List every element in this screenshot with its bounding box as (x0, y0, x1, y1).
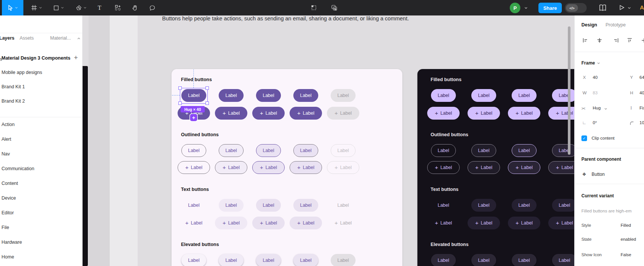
offscreen-dark-frame-edge[interactable] (82, 66, 88, 266)
clip-content-checkbox[interactable]: ✓ (581, 135, 587, 141)
canvas-button[interactable]: Label (256, 89, 281, 102)
comment-tool[interactable] (147, 0, 158, 15)
canvas-button[interactable]: Label (293, 199, 318, 212)
align-right-icon[interactable] (613, 37, 619, 43)
canvas-button[interactable]: +Label (215, 107, 247, 120)
canvas-button[interactable]: Label (431, 144, 456, 157)
canvas-button[interactable]: Label (293, 254, 318, 266)
canvas-button[interactable]: +Label (215, 217, 247, 229)
canvas-button[interactable]: Label (219, 199, 244, 212)
selection-handle-ne[interactable] (205, 86, 209, 90)
sidebar-category-item[interactable]: Device (2, 195, 16, 201)
canvas-button[interactable]: Label (219, 144, 244, 157)
canvas-button[interactable]: +Label (427, 107, 460, 120)
canvas-button[interactable]: Label (512, 144, 537, 157)
canvas-button[interactable]: Label (293, 89, 318, 102)
sidebar-category-item[interactable]: File (2, 225, 9, 230)
align-horizontal-center-icon[interactable] (596, 37, 603, 43)
chevron-down-icon[interactable] (61, 6, 64, 9)
vertical-resizing-value[interactable]: Fixed (639, 106, 644, 110)
sidebar-category-item[interactable]: Alert (2, 137, 11, 142)
canvas-button[interactable]: +Label (427, 217, 460, 229)
sidebar-page-item[interactable]: Mobile app designs (2, 70, 42, 75)
canvas-button[interactable]: +Label (178, 161, 210, 174)
canvas-button[interactable]: +Label (215, 161, 247, 174)
sidebar-page-item[interactable]: Brand Kit 2 (2, 98, 25, 104)
canvas-button[interactable]: +Label (508, 107, 540, 120)
chevron-up-icon[interactable] (77, 37, 81, 40)
x-value[interactable]: 40 (593, 75, 598, 80)
tab-assets[interactable]: Assets (20, 35, 34, 41)
sidebar-page-item[interactable]: Brand Kit 1 (2, 84, 25, 89)
canvas-button[interactable]: Label (471, 199, 496, 212)
canvas-button[interactable]: Label (512, 89, 537, 102)
show-icon-value[interactable]: False (621, 252, 631, 257)
parent-component-name[interactable]: Button (592, 172, 605, 177)
canvas-button[interactable]: Label (256, 199, 281, 212)
canvas[interactable]: Buttons help people take actions, such a… (82, 15, 644, 266)
align-vertical-center-icon[interactable] (641, 37, 644, 43)
canvas-button[interactable]: +Label (327, 161, 359, 174)
chevron-down-icon[interactable] (627, 6, 631, 10)
selection-handle-nw[interactable] (178, 86, 182, 90)
canvas-button[interactable]: +Label (327, 217, 359, 229)
sidebar-category-item[interactable]: Content (2, 181, 18, 186)
canvas-button[interactable]: Label (181, 254, 206, 266)
canvas-button[interactable]: +Label (252, 217, 285, 229)
canvas-button[interactable]: +Label (178, 217, 210, 229)
canvas-button[interactable]: +Label (508, 217, 540, 229)
canvas-button[interactable]: Label (256, 144, 281, 157)
selection-handle-se[interactable] (205, 101, 209, 105)
text-tool[interactable]: T (94, 0, 105, 15)
instance-swap-tool[interactable] (329, 0, 340, 15)
parent-component-row[interactable]: ❖ Button (575, 172, 644, 178)
canvas-button[interactable]: Label (219, 89, 244, 102)
variant-state-row[interactable]: State enabled (575, 237, 644, 243)
chevron-down-icon[interactable] (15, 6, 18, 9)
canvas-button[interactable]: +Label (508, 161, 540, 174)
present-play-icon[interactable] (618, 4, 625, 11)
canvas-button[interactable]: Label (181, 144, 206, 157)
variant-show-icon-row[interactable]: Show Icon False (575, 252, 644, 258)
move-tool[interactable] (2, 0, 23, 15)
style-value[interactable]: Filled (621, 223, 631, 228)
sidebar-category-item[interactable]: Hardware (2, 240, 22, 245)
pen-tool[interactable] (72, 0, 90, 15)
canvas-button[interactable]: Label (552, 144, 577, 157)
selection-handle-sw[interactable] (178, 101, 182, 105)
canvas-button[interactable]: Label (552, 199, 577, 212)
canvas-button[interactable]: Label (471, 254, 496, 266)
chevron-down-icon[interactable] (604, 107, 607, 111)
sidebar-page-item[interactable]: Material Design 3 Components (2, 55, 71, 61)
canvas-button[interactable]: Label (331, 254, 356, 266)
add-page-button[interactable]: + (74, 54, 78, 61)
frame-tool[interactable] (28, 0, 45, 15)
sidebar-category-item[interactable]: Nav (2, 151, 10, 157)
canvas-button[interactable]: Label (512, 199, 537, 212)
tab-design[interactable]: Design (581, 22, 597, 28)
canvas-button[interactable]: Label (431, 89, 456, 102)
tab-layers[interactable]: Layers (0, 35, 14, 41)
canvas-button[interactable]: +Label (427, 161, 460, 174)
dev-mode-toggle[interactable]: </> (565, 3, 587, 13)
canvas-button[interactable]: +Label (290, 161, 322, 174)
canvas-button[interactable]: Label (431, 199, 456, 212)
height-value[interactable]: 40 (639, 91, 644, 95)
canvas-button[interactable]: Label (293, 144, 318, 157)
canvas-button[interactable]: +Label (290, 107, 322, 120)
library-book-icon[interactable] (599, 4, 607, 12)
component-tool[interactable] (308, 0, 319, 15)
canvas-button[interactable]: Label (331, 89, 356, 102)
width-value[interactable]: 83 (593, 91, 598, 95)
canvas-button[interactable]: +Label (468, 217, 500, 229)
hand-tool[interactable] (130, 0, 140, 15)
chevron-down-icon[interactable] (83, 6, 87, 9)
sidebar-category-item[interactable]: Communication (2, 166, 34, 171)
canvas-button[interactable]: +Label (252, 161, 285, 174)
sidebar-category-item[interactable]: Home (2, 254, 14, 260)
state-value[interactable]: enabled (621, 237, 636, 241)
canvas-button[interactable]: Label (256, 254, 281, 266)
chevron-down-icon[interactable] (524, 6, 528, 10)
chevron-down-icon[interactable] (39, 6, 42, 9)
shape-tool[interactable] (50, 0, 67, 15)
